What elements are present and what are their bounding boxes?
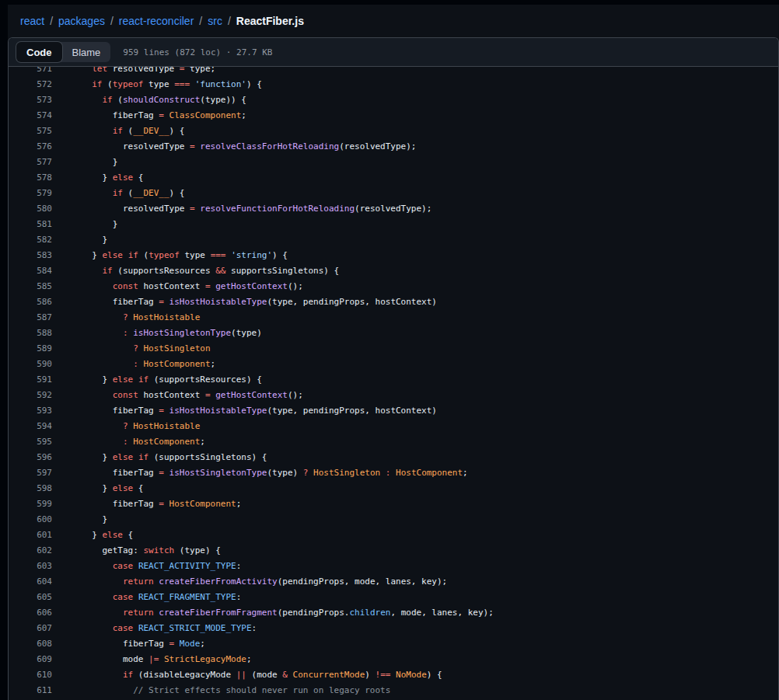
code-text: } else { bbox=[52, 170, 144, 186]
code-line: 592 const hostContext = getHostContext()… bbox=[9, 388, 778, 403]
code-line: 589 ? HostSingleton bbox=[9, 341, 778, 357]
code-line: 588 : isHostSingletonType(type) bbox=[9, 326, 778, 341]
line-number[interactable]: 593 bbox=[9, 403, 52, 419]
line-number[interactable]: 611 bbox=[9, 683, 52, 698]
line-number[interactable]: 609 bbox=[9, 652, 52, 667]
code-text: } else { bbox=[52, 481, 144, 496]
breadcrumb-separator: / bbox=[199, 15, 202, 27]
line-number[interactable]: 595 bbox=[9, 434, 52, 450]
line-number[interactable]: 576 bbox=[9, 139, 52, 155]
line-number[interactable]: 608 bbox=[9, 636, 52, 652]
line-number[interactable]: 590 bbox=[9, 357, 52, 372]
code-line: 585 const hostContext = getHostContext()… bbox=[9, 279, 778, 294]
line-number[interactable]: 573 bbox=[9, 92, 52, 108]
breadcrumb-link-packages[interactable]: packages bbox=[58, 15, 105, 27]
line-number[interactable]: 586 bbox=[9, 294, 52, 310]
file-toolbar: Code Blame 959 lines (872 loc) · 27.7 KB bbox=[9, 38, 778, 67]
line-number[interactable]: 598 bbox=[9, 481, 52, 496]
code-text: } else if (supportsSingletons) { bbox=[52, 450, 267, 465]
line-number[interactable]: 584 bbox=[9, 263, 52, 279]
code-line: 597 fiberTag = isHostSingletonType(type)… bbox=[9, 465, 778, 481]
line-number[interactable]: 580 bbox=[9, 201, 52, 217]
breadcrumb-current-file: ReactFiber.js bbox=[236, 15, 304, 27]
code-line: 572 if (typeof type === 'function') { bbox=[9, 77, 778, 92]
code-text: ? HostHoistable bbox=[52, 310, 200, 326]
line-number[interactable]: 582 bbox=[9, 232, 52, 248]
code-line: 608 fiberTag = Mode; bbox=[9, 636, 778, 652]
code-line: 582 } bbox=[9, 232, 778, 248]
breadcrumb-link-src[interactable]: src bbox=[208, 15, 222, 27]
code-line: 575 if (__DEV__) { bbox=[9, 124, 778, 139]
line-number[interactable]: 607 bbox=[9, 621, 52, 636]
line-number[interactable]: 574 bbox=[9, 108, 52, 124]
line-number[interactable]: 600 bbox=[9, 512, 52, 528]
line-number[interactable]: 599 bbox=[9, 496, 52, 512]
code-text: if (typeof type === 'function') { bbox=[52, 77, 262, 92]
code-text: resolvedType = resolveFunctionForHotRelo… bbox=[52, 201, 431, 217]
code-text: if (supportsResources && supportsSinglet… bbox=[52, 263, 339, 279]
code-text: } bbox=[52, 512, 107, 528]
line-number[interactable]: 579 bbox=[9, 186, 52, 201]
code-line: 573 if (shouldConstruct(type)) { bbox=[9, 92, 778, 108]
line-number[interactable]: 575 bbox=[9, 124, 52, 139]
code-text: } else if (supportsResources) { bbox=[52, 372, 262, 388]
breadcrumb: react / packages / react-reconciler / sr… bbox=[8, 5, 779, 37]
code-text: fiberTag = Mode; bbox=[52, 636, 205, 652]
line-number[interactable]: 604 bbox=[9, 574, 52, 590]
code-line: 590 : HostComponent; bbox=[9, 357, 778, 372]
line-number[interactable]: 606 bbox=[9, 605, 52, 621]
code-text: } bbox=[52, 232, 107, 248]
breadcrumb-separator: / bbox=[50, 15, 53, 27]
file-meta: 959 lines (872 loc) · 27.7 KB bbox=[123, 47, 272, 57]
code-line: 591 } else if (supportsResources) { bbox=[9, 372, 778, 388]
code-tab[interactable]: Code bbox=[16, 42, 62, 62]
code-text: } bbox=[52, 155, 117, 170]
code-text: fiberTag = isHostSingletonType(type) ? H… bbox=[52, 465, 468, 481]
line-number[interactable]: 583 bbox=[9, 248, 52, 263]
line-number[interactable]: 601 bbox=[9, 528, 52, 543]
code-text: return createFiberFromActivity(pendingPr… bbox=[52, 574, 447, 590]
line-number[interactable]: 597 bbox=[9, 465, 52, 481]
line-number[interactable]: 591 bbox=[9, 372, 52, 388]
breadcrumb-link-repo[interactable]: react bbox=[20, 15, 44, 27]
code-text: case REACT_ACTIVITY_TYPE: bbox=[52, 559, 241, 574]
code-text: : HostComponent; bbox=[52, 357, 215, 372]
code-line: 580 resolvedType = resolveFunctionForHot… bbox=[9, 201, 778, 217]
code-line: 571 let resolvedType = type; bbox=[9, 67, 778, 77]
line-number[interactable]: 603 bbox=[9, 559, 52, 574]
code-text: if (__DEV__) { bbox=[52, 124, 184, 139]
line-number[interactable]: 602 bbox=[9, 543, 52, 559]
blame-tab[interactable]: Blame bbox=[62, 42, 111, 62]
code-line: 581 } bbox=[9, 217, 778, 232]
code-blame-switch: Code Blame bbox=[16, 42, 110, 62]
code-text: fiberTag = HostComponent; bbox=[52, 496, 241, 512]
code-line: 595 : HostComponent; bbox=[9, 434, 778, 450]
line-number[interactable]: 587 bbox=[9, 310, 52, 326]
code-line: 603 case REACT_ACTIVITY_TYPE: bbox=[9, 559, 778, 574]
code-text: } else if (typeof type === 'string') { bbox=[52, 248, 288, 263]
code-line: 598 } else { bbox=[9, 481, 778, 496]
line-number[interactable]: 572 bbox=[9, 77, 52, 92]
code-line: 593 fiberTag = isHostHoistableType(type,… bbox=[9, 403, 778, 419]
breadcrumb-separator: / bbox=[228, 15, 231, 27]
code-line: 579 if (__DEV__) { bbox=[9, 186, 778, 201]
code-text: if (disableLegacyMode || (mode & Concurr… bbox=[52, 667, 442, 683]
code-line: 601 } else { bbox=[9, 528, 778, 543]
line-number[interactable]: 571 bbox=[9, 67, 52, 77]
code-line: 576 resolvedType = resolveClassForHotRel… bbox=[9, 139, 778, 155]
line-number[interactable]: 596 bbox=[9, 450, 52, 465]
line-number[interactable]: 594 bbox=[9, 419, 52, 434]
code-area[interactable]: 571 let resolvedType = type;572 if (type… bbox=[9, 67, 778, 700]
line-number[interactable]: 589 bbox=[9, 341, 52, 357]
breadcrumb-link-react-reconciler[interactable]: react-reconciler bbox=[119, 15, 194, 27]
line-number[interactable]: 605 bbox=[9, 590, 52, 605]
code-line: 607 case REACT_STRICT_MODE_TYPE: bbox=[9, 621, 778, 636]
line-number[interactable]: 581 bbox=[9, 217, 52, 232]
line-number[interactable]: 577 bbox=[9, 155, 52, 170]
line-number[interactable]: 585 bbox=[9, 279, 52, 294]
line-number[interactable]: 588 bbox=[9, 326, 52, 341]
line-number[interactable]: 592 bbox=[9, 388, 52, 403]
line-number[interactable]: 578 bbox=[9, 170, 52, 186]
code-line: 586 fiberTag = isHostHoistableType(type,… bbox=[9, 294, 778, 310]
line-number[interactable]: 610 bbox=[9, 667, 52, 683]
